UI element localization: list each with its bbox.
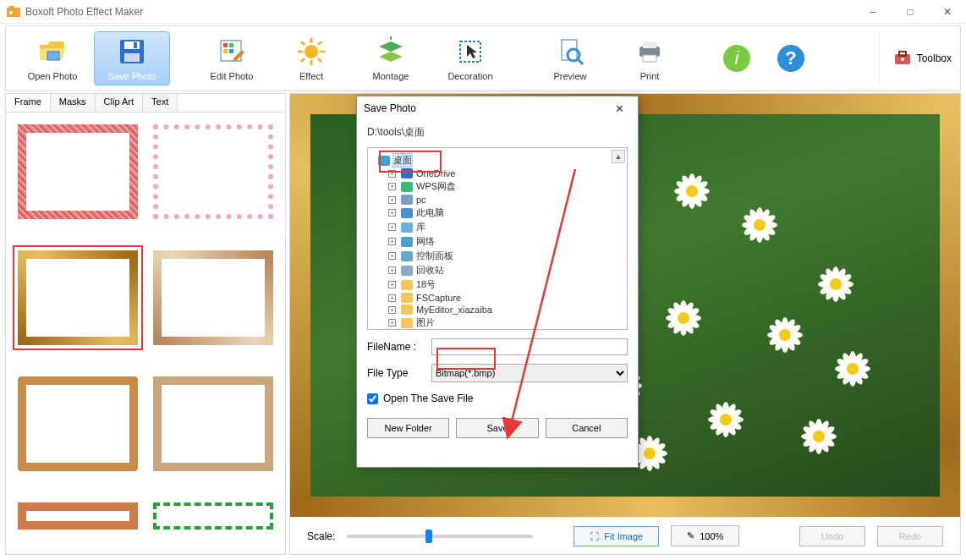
fit-icon: ⛶ [590,531,599,541]
filename-input[interactable] [431,338,628,355]
open-save-file-checkbox[interactable] [367,393,378,404]
zoom-100-button[interactable]: ✎100% [671,525,739,546]
frame-thumb[interactable] [150,373,277,475]
svg-line-20 [318,41,321,45]
tree-item[interactable]: +MyEditor_xiazaiba [371,304,623,316]
folder-icon [401,208,413,218]
svg-rect-9 [223,43,228,47]
dialog-close-button[interactable]: ✕ [607,98,631,118]
svg-point-13 [305,45,318,58]
main-toolbar: Open Photo Save Photo Edit Photo Effect … [5,25,961,91]
scale-slider[interactable] [347,535,533,538]
folder-icon [401,222,413,233]
tree-item[interactable]: +FSCapture [371,292,623,304]
maximize-button[interactable]: □ [892,0,929,24]
svg-rect-10 [229,43,233,47]
filetype-select[interactable]: Bitmap(*.bmp) [431,364,628,382]
svg-line-19 [318,58,321,62]
tree-item[interactable]: +WPS网盘 [371,179,623,194]
svg-rect-12 [229,49,233,53]
frame-thumb[interactable] [14,373,141,475]
current-path: D:\tools\桌面 [367,125,628,140]
folder-icon [401,251,413,261]
save-photo-button[interactable]: Save Photo [94,31,170,85]
svg-rect-27 [643,41,656,48]
folder-icon [401,266,413,276]
help-icon: ? [776,42,806,74]
folder-open-icon [37,36,68,68]
frame-thumb[interactable] [150,121,277,222]
frame-thumb[interactable] [14,121,141,222]
open-photo-label: Open Photo [28,71,78,81]
edit-photo-button[interactable]: Edit Photo [194,31,270,85]
info-icon: i [722,42,752,74]
save-button[interactable]: Save [456,418,538,438]
app-icon [7,5,20,19]
tree-item[interactable]: +pc [371,194,623,206]
folder-tree[interactable]: ▲ 桌面+OneDrive+WPS网盘+pc+此电脑+库+网络+控制面板+回收站… [367,147,628,330]
open-photo-button[interactable]: Open Photo [14,31,91,85]
undo-button[interactable]: Undo [799,526,865,546]
folder-icon [401,280,413,290]
redo-button[interactable]: Redo [877,526,943,546]
folder-icon [401,318,413,328]
tree-item[interactable]: +此电脑 [371,206,623,220]
filename-label: FileName : [367,341,431,353]
fit-image-button[interactable]: ⛶Fit Image [574,526,659,546]
frame-thumb[interactable] [14,499,141,533]
svg-rect-11 [223,49,228,53]
folder-icon [401,237,413,247]
open-save-file-label: Open The Save File [383,393,474,404]
edit-icon [217,36,247,68]
tree-item[interactable]: +回收站 [371,263,623,277]
floppy-icon [117,36,147,68]
tree-item[interactable]: +OneDrive [371,167,623,179]
svg-rect-1 [9,6,14,9]
magnify-page-icon [555,36,585,68]
save-photo-label: Save Photo [108,71,156,81]
decoration-button[interactable]: Decoration [432,31,508,85]
tab-frame[interactable]: Frame [6,94,51,112]
tab-masks[interactable]: Masks [51,94,96,112]
tab-clipart[interactable]: Clip Art [96,94,143,112]
tree-item[interactable]: +网络 [371,234,623,249]
montage-button[interactable]: Montage [353,31,429,85]
svg-rect-6 [134,42,137,48]
effect-button[interactable]: Effect [273,31,349,85]
toolbox-label[interactable]: Toolbox [917,52,952,64]
new-folder-button[interactable]: New Folder [367,418,449,438]
svg-point-36 [901,58,904,61]
tree-item[interactable]: +18号 [371,277,623,292]
tree-item[interactable]: +控制面板 [371,249,623,263]
help-button[interactable]: ? [766,31,816,85]
frame-thumb[interactable] [150,247,277,349]
side-tabs: Frame Masks Clip Art Text [6,94,285,113]
scale-label: Scale: [307,530,335,542]
tree-item[interactable]: +图片 [371,316,623,330]
folder-icon [401,305,413,315]
minimize-button[interactable]: – [854,0,892,24]
close-button[interactable]: ✕ [929,0,966,24]
preview-button[interactable]: Preview [532,31,608,85]
info-button[interactable]: i [711,31,762,85]
tree-scroll-up[interactable]: ▲ [612,150,625,163]
tab-text[interactable]: Text [143,94,178,112]
folder-icon [378,156,390,166]
filetype-label: File Type [367,367,431,379]
svg-rect-5 [124,41,140,49]
sun-icon [296,36,327,68]
tree-item[interactable]: 桌面 [371,153,623,167]
tree-item[interactable]: +库 [371,220,623,234]
cancel-button[interactable]: Cancel [546,418,628,438]
svg-line-18 [301,41,305,45]
frame-grid [6,113,285,554]
svg-rect-7 [124,53,140,62]
cursor-frame-icon [455,36,486,68]
folder-icon [401,182,413,192]
svg-text:?: ? [785,47,796,69]
svg-rect-3 [47,52,59,60]
dialog-titlebar: Save Photo ✕ [357,96,638,120]
print-button[interactable]: Print [612,31,688,85]
frame-thumb-selected[interactable] [14,247,141,349]
frame-thumb[interactable] [150,499,277,533]
